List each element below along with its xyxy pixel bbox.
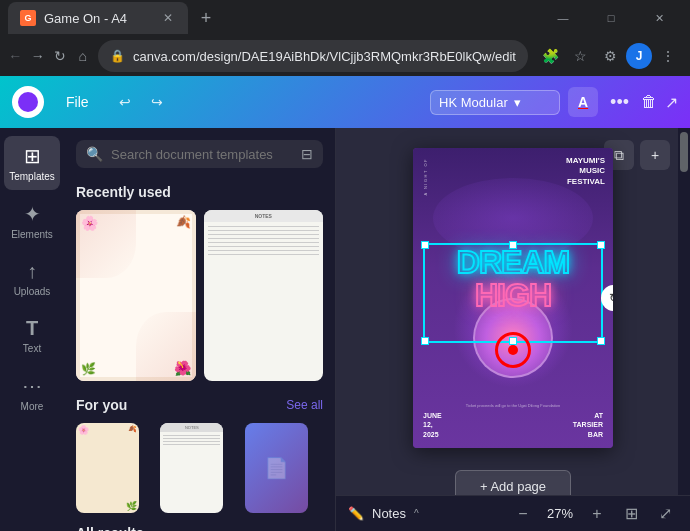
sidebar-item-templates[interactable]: ⊞ Templates [4, 136, 60, 190]
templates-label: Templates [9, 171, 55, 182]
forward-button[interactable]: → [31, 42, 46, 70]
close-button[interactable]: ✕ [636, 0, 682, 36]
notes-chevron-icon: ^ [414, 508, 419, 519]
tab-favicon: G [20, 10, 36, 26]
plus-tool-button[interactable]: + [640, 140, 670, 170]
minimize-button[interactable]: — [540, 0, 586, 36]
poster-date: JUNE 12, 2025 [423, 411, 442, 440]
menu-button[interactable]: ⋮ [654, 42, 682, 70]
for-you-header: For you See all [76, 397, 323, 413]
scrollbar[interactable] [678, 128, 690, 495]
browser-chrome: G Game On - A4 ✕ + — □ ✕ ← → ↻ ⌂ 🔒 canva… [0, 0, 690, 76]
font-dropdown-icon: ▾ [514, 95, 521, 110]
template-card-floral[interactable]: 🌸 🍂 🌿 🌺 [76, 210, 196, 381]
text-label: Text [23, 343, 41, 354]
recently-used-title: Recently used [76, 184, 323, 200]
recently-used-grid: 🌸 🍂 🌿 🌺 NOTES [76, 210, 323, 381]
header-nav: ↩ ↪ [111, 88, 171, 116]
redo-button[interactable]: ↪ [143, 88, 171, 116]
text-icon: T [26, 317, 38, 340]
font-name: HK Modular [439, 95, 508, 110]
notes-pencil-icon: ✏️ [348, 506, 364, 521]
zoom-out-button[interactable]: − [510, 501, 536, 527]
poster: A NIGHT OF MAYUMI'S MUSIC FESTIVAL [413, 148, 613, 448]
target-inner [508, 345, 518, 355]
tab-bar: G Game On - A4 ✕ + [8, 2, 536, 34]
font-color-button[interactable]: A [568, 87, 598, 117]
canva-logo[interactable] [12, 86, 44, 118]
poster-venue: AT TARSIER BAR [573, 411, 603, 440]
header-right: HK Modular ▾ A ••• 🗑 ↗ [430, 87, 678, 117]
templates-icon: ⊞ [24, 144, 41, 168]
more-label: More [21, 401, 44, 412]
poster-title: MAYUMI'S MUSIC FESTIVAL [566, 156, 605, 187]
more-options-button[interactable]: ••• [606, 92, 633, 113]
dream-text: DREAM [413, 248, 613, 277]
zoom-in-button[interactable]: + [584, 501, 610, 527]
bookmark-icon[interactable]: ☆ [566, 42, 594, 70]
home-button[interactable]: ⌂ [76, 42, 91, 70]
tab-title: Game On - A4 [44, 11, 127, 26]
grid-view-button[interactable]: ⊞ [618, 501, 644, 527]
new-tab-button[interactable]: + [192, 4, 220, 32]
canva-header: File ↩ ↪ HK Modular ▾ A ••• 🗑 ↗ [0, 76, 690, 128]
delete-button[interactable]: 🗑 [641, 93, 657, 111]
add-page-button[interactable]: + Add page [455, 470, 571, 495]
toolbar-icons: 🧩 ☆ ⚙ J ⋮ [536, 42, 682, 70]
template-card-notes[interactable]: NOTES [204, 210, 324, 381]
arc-text: A NIGHT OF [423, 158, 428, 196]
security-icon: 🔒 [110, 49, 125, 63]
add-page-bar: + Add page [445, 460, 581, 495]
canvas-tools: ⧉ + [604, 140, 670, 170]
for-you-grid: 🌸 🌿 🍂 NOTES [76, 423, 323, 513]
tab-close-button[interactable]: ✕ [160, 10, 176, 26]
all-results-title: All results [76, 525, 323, 531]
template-card-fy3[interactable]: 📄 [245, 423, 308, 513]
fullscreen-button[interactable]: ⤢ [652, 501, 678, 527]
poster-bottom: JUNE 12, 2025 AT TARSIER BAR [413, 411, 613, 440]
undo-button[interactable]: ↩ [111, 88, 139, 116]
maximize-button[interactable]: □ [588, 0, 634, 36]
see-all-link[interactable]: See all [286, 398, 323, 412]
address-bar[interactable]: 🔒 canva.com/design/DAE19AiBhDk/VlCjjb3RM… [98, 40, 528, 72]
font-selector[interactable]: HK Modular ▾ [430, 90, 560, 115]
poster-small-text: Ticket proceeds will go to the Ugat Dilo… [413, 403, 613, 408]
canvas-area: ⧉ + A NIGHT OF [336, 128, 690, 531]
reload-button[interactable]: ↻ [53, 42, 68, 70]
search-input[interactable] [111, 147, 293, 162]
canvas-scroll[interactable]: ⧉ + A NIGHT OF [336, 128, 690, 495]
filter-icon[interactable]: ⊟ [301, 146, 313, 162]
canva-logo-inner [18, 92, 38, 112]
search-bar[interactable]: 🔍 ⊟ [76, 140, 323, 168]
profile-avatar[interactable]: J [626, 43, 652, 69]
target-circle[interactable] [495, 332, 531, 368]
sidebar-item-more[interactable]: ⋯ More [4, 366, 60, 420]
extensions-icon[interactable]: 🧩 [536, 42, 564, 70]
scrollbar-thumb[interactable] [680, 132, 688, 172]
uploads-label: Uploads [14, 286, 51, 297]
festival-name: MAYUMI'S MUSIC FESTIVAL [566, 156, 605, 187]
notes-label: Notes [372, 506, 406, 521]
puzzle-icon[interactable]: ⚙ [596, 42, 624, 70]
zoom-level: 27% [544, 506, 576, 521]
selection-handle-bl[interactable] [421, 337, 429, 345]
window-controls: — □ ✕ [540, 0, 682, 36]
high-text: HIGH [413, 277, 613, 314]
font-color-icon: A [578, 94, 588, 110]
templates-panel: 🔍 ⊟ Recently used 🌸 🍂 [64, 128, 336, 531]
active-tab[interactable]: G Game On - A4 ✕ [8, 2, 188, 34]
file-menu-button[interactable]: File [56, 88, 99, 116]
share-button[interactable]: ↗ [665, 93, 678, 112]
search-icon: 🔍 [86, 146, 103, 162]
template-card-fy2[interactable]: NOTES [160, 423, 223, 513]
canva-app: File ↩ ↪ HK Modular ▾ A ••• 🗑 ↗ ⊞ Templa… [0, 76, 690, 531]
sidebar-item-text[interactable]: T Text [4, 309, 60, 362]
canva-body: ⊞ Templates ✦ Elements ↑ Uploads T Text … [0, 128, 690, 531]
sidebar-item-uploads[interactable]: ↑ Uploads [4, 252, 60, 305]
more-icon: ⋯ [22, 374, 42, 398]
design-page[interactable]: A NIGHT OF MAYUMI'S MUSIC FESTIVAL [413, 148, 613, 448]
template-card-fy1[interactable]: 🌸 🌿 🍂 [76, 423, 139, 513]
selection-handle-br[interactable] [597, 337, 605, 345]
sidebar-item-elements[interactable]: ✦ Elements [4, 194, 60, 248]
back-button[interactable]: ← [8, 42, 23, 70]
